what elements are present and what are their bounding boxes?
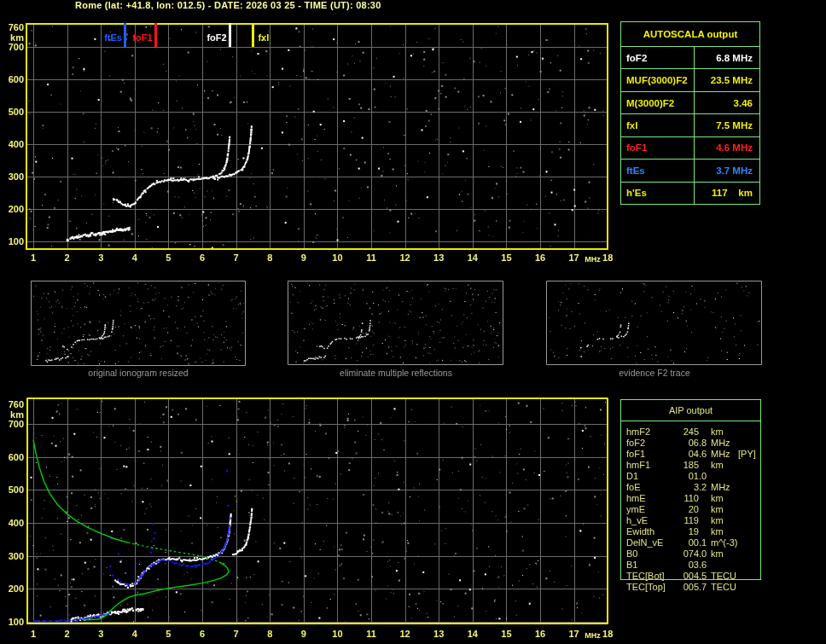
autoscala-output-screen: { "title": "Rome (lat: +41.8, lon: 012.5… (0, 0, 826, 644)
aip-row: foF104.6MHz[PY] (620, 449, 825, 460)
autoscala-row: M(3000)F23.46 (621, 92, 759, 114)
aip-row: ymE20km (620, 504, 825, 515)
autoscala-row-value: 3.46 (694, 92, 759, 113)
aip-row-value-int: 074 (677, 548, 699, 560)
autoscala-row: foF26.8 MHz (621, 47, 759, 69)
aip-row-value-dec: .5 (699, 571, 707, 582)
aip-output-rows: hmF2245kmfoF206.8MHzfoF104.6MHz[PY]hmF11… (620, 426, 825, 593)
aip-row: D101.0 (620, 471, 825, 482)
aip-row-name: Ewidth (626, 526, 654, 537)
aip-row-value-int: 20 (677, 504, 699, 515)
aip-row-value-int: 00 (677, 537, 699, 548)
aip-row-value-dec: .0 (699, 548, 707, 560)
autoscala-row-label: MUF(3000)F2 (621, 69, 694, 90)
autoscala-row-value: 6.8 MHz (694, 47, 759, 68)
autoscala-row-label: M(3000)F2 (621, 92, 694, 113)
aip-row: hmE110km (620, 493, 825, 504)
aip-row-name: D1 (626, 471, 638, 482)
aip-row-unit: km (711, 515, 724, 526)
aip-row-value-dec: .8 (699, 438, 707, 449)
aip-row: TEC[Bot]004.5TECU (620, 571, 825, 582)
autoscala-row-value: 23.5 MHz (694, 69, 759, 90)
aip-row-value-int: 005 (677, 582, 699, 593)
aip-row-name: ymE (626, 504, 645, 515)
autoscala-row: fxI7.5 MHz (621, 114, 759, 136)
frequency-marker-foF1-line (154, 23, 157, 47)
aip-row-value-dec: .1 (699, 537, 707, 548)
aip-row-unit: TECU (711, 571, 736, 582)
aip-row: Ewidth19km (620, 526, 825, 537)
aip-row-value-int: 03 (677, 560, 699, 571)
aip-row-name: foE (626, 482, 641, 493)
aip-row-value-int: 01 (677, 471, 699, 482)
aip-row-name: hmF2 (626, 426, 650, 438)
aip-row: foE3.2MHz (620, 482, 825, 493)
autoscala-table-header: AUTOSCALA output (621, 22, 759, 47)
aip-row-name: foF2 (626, 438, 645, 449)
aip-row-value-dec: .2 (699, 482, 707, 493)
autoscala-row-label: foF1 (621, 137, 694, 159)
aip-row-value-dec: .6 (699, 560, 707, 571)
aip-row: DelN_vE00.1m^(-3) (620, 537, 825, 548)
aip-row-value-int: 245 (677, 426, 699, 438)
aip-row: hmF1185km (620, 460, 825, 471)
aip-row: foF206.8MHz (620, 438, 825, 449)
frequency-marker-fxI-line (252, 23, 254, 47)
aip-row-value-int: 06 (677, 438, 699, 449)
autoscala-row-value: 7.5 MHz (694, 114, 759, 136)
autoscala-row-label: ftEs (621, 160, 694, 181)
aip-row-value-int: 004 (677, 571, 699, 582)
aip-row-unit: m^(-3) (711, 537, 737, 548)
aip-row-name: B1 (626, 560, 637, 571)
aip-row: h_vE119km (620, 515, 825, 526)
aip-row-value-int: 04 (677, 449, 699, 460)
autoscala-output-table: AUTOSCALA output foF26.8 MHzMUF(3000)F22… (620, 21, 760, 205)
autoscala-row-label: fxI (621, 114, 694, 136)
aip-row-unit: TECU (711, 582, 736, 593)
aip-row-value-dec: .6 (699, 449, 707, 460)
aip-table-header: AIP output (620, 400, 761, 421)
autoscala-row-value: 117 km (694, 183, 759, 204)
aip-row-unit: MHz (711, 482, 730, 493)
frequency-marker-ftEs-label: ftEs (104, 32, 122, 43)
thumbnail-caption-original: original ionogram resized (27, 368, 249, 378)
autoscala-row-label: foF2 (621, 47, 694, 68)
aip-row-value-dec: .0 (699, 471, 707, 482)
aip-row-value-int: 119 (677, 515, 699, 526)
autoscala-row: ftEs3.7 MHz (621, 160, 759, 182)
aip-row-unit: km (711, 548, 724, 560)
autoscala-row: MUF(3000)F223.5 MHz (621, 69, 759, 91)
thumbnail-caption-eliminate: eliminate multiple reflections (285, 368, 507, 378)
autoscala-row: h'Es117 km (621, 183, 759, 204)
frequency-marker-foF2-label: foF2 (206, 32, 226, 43)
aip-row-value-int: 19 (677, 526, 699, 537)
frequency-marker-foF2-line (229, 23, 231, 47)
aip-row: hmF2245km (620, 426, 825, 438)
aip-row-name: hmF1 (626, 460, 650, 471)
frequency-marker-fxI-label: fxI (258, 32, 269, 43)
aip-row-name: TEC[Bot] (626, 571, 665, 582)
autoscala-row: foF14.6 MHz (621, 137, 759, 160)
aip-row-name: TEC[Top] (626, 582, 666, 593)
aip-row-name: hmE (626, 493, 646, 504)
aip-row-unit: km (711, 426, 724, 438)
autoscala-row-value: 4.6 MHz (694, 137, 759, 159)
frequency-marker-ftEs-line (124, 23, 126, 47)
aip-row-flag: [PY] (738, 449, 756, 460)
aip-row-name: B0 (626, 548, 637, 560)
aip-row-value-int: 3 (677, 482, 699, 493)
page-title: Rome (lat: +41.8, lon: 012.5) - DATE: 20… (75, 0, 381, 10)
aip-row: B0074.0km (620, 548, 825, 560)
autoscala-row-value: 3.7 MHz (694, 160, 759, 181)
aip-row-unit: MHz (711, 449, 730, 460)
aip-row-unit: km (711, 526, 724, 537)
aip-row-unit: MHz (711, 438, 730, 449)
aip-row-name: foF1 (626, 449, 645, 460)
aip-header-divider (621, 421, 760, 421)
autoscala-row-label: h'Es (621, 183, 694, 204)
aip-row-unit: km (711, 504, 724, 515)
frequency-marker-foF1-label: foF1 (132, 32, 152, 43)
aip-row-unit: km (711, 493, 724, 504)
aip-row-name: DelN_vE (626, 537, 663, 548)
aip-row: B103.6 (620, 560, 825, 571)
